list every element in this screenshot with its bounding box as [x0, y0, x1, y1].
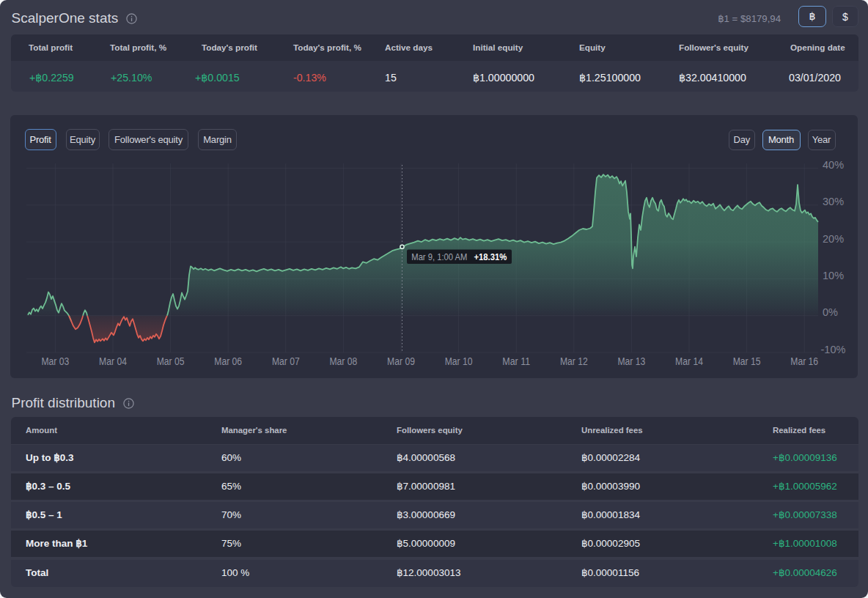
svg-text:-10%: -10%: [821, 344, 846, 355]
svg-text:0%: 0%: [823, 306, 838, 318]
svg-text:Mar 12: Mar 12: [560, 355, 588, 367]
svg-text:Mar 03: Mar 03: [42, 355, 70, 367]
svg-text:Mar 13: Mar 13: [618, 355, 646, 367]
svg-text:Mar 16: Mar 16: [790, 355, 818, 367]
svg-text:Mar 09: Mar 09: [387, 355, 415, 367]
svg-text:Mar 9, 1:00 AM: Mar 9, 1:00 AM: [411, 251, 467, 262]
svg-text:Mar 14: Mar 14: [675, 355, 703, 367]
svg-text:Mar 05: Mar 05: [157, 355, 185, 367]
svg-text:Mar 15: Mar 15: [733, 355, 761, 367]
svg-text:Mar 07: Mar 07: [272, 355, 300, 367]
svg-text:10%: 10%: [823, 270, 844, 281]
svg-text:Mar 10: Mar 10: [445, 355, 473, 367]
svg-text:Mar 11: Mar 11: [502, 355, 530, 367]
svg-text:Mar 06: Mar 06: [214, 355, 242, 367]
svg-text:30%: 30%: [823, 196, 844, 207]
svg-text:40%: 40%: [823, 159, 844, 171]
svg-text:+18.31%: +18.31%: [474, 251, 507, 262]
svg-text:20%: 20%: [823, 233, 844, 245]
svg-text:Mar 04: Mar 04: [99, 355, 127, 367]
svg-text:Mar 08: Mar 08: [330, 355, 358, 367]
